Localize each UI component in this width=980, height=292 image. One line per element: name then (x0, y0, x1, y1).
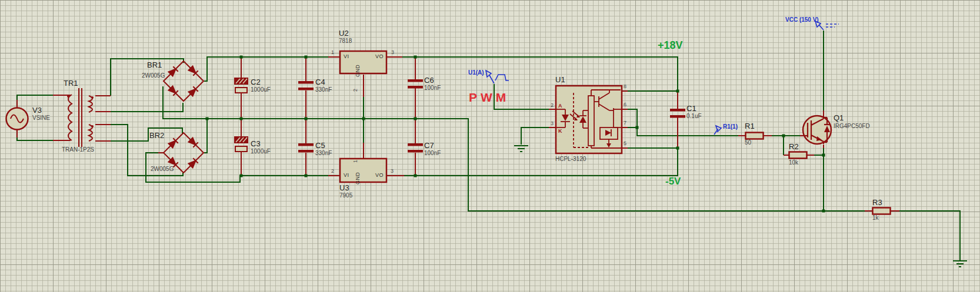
u2-pin-3-number: 3 (391, 50, 394, 55)
u3-pin-vo-label: VO (375, 173, 384, 178)
component-c6-capacitor[interactable] (408, 79, 423, 89)
component-r2-resistor[interactable] (788, 151, 808, 159)
label-tr1-ref[interactable]: TR1 (64, 79, 78, 87)
u1-pin-5-number: 5 (624, 141, 626, 146)
u1-pin-a-label: A (558, 103, 562, 109)
label-c6-ref[interactable]: C6 (424, 76, 434, 84)
label-u3-value[interactable]: 7905 (339, 193, 352, 199)
component-br1-bridge-rectifier[interactable] (159, 56, 209, 106)
u2-pin-gnd-label: GND (355, 65, 361, 77)
u2-pin-1-number: 1 (331, 50, 334, 55)
label-br2-ref[interactable]: BR2 (149, 132, 164, 139)
label-u1-ref[interactable]: U1 (555, 76, 565, 83)
u1-pin-7-number: 7 (624, 120, 626, 126)
capacitor-icon (408, 143, 423, 153)
u3-pin-1-number: 1 (353, 160, 358, 163)
component-c2-electrolytic-capacitor[interactable] (233, 76, 249, 94)
resistor-icon (872, 207, 891, 215)
igbt-icon (800, 113, 835, 149)
label-c3-ref[interactable]: C3 (251, 140, 261, 147)
probe-label-r1-1[interactable]: R1(1) (723, 124, 738, 130)
u1-pin-2-number: 2 (551, 103, 554, 108)
label-c4-value[interactable]: 330nF (315, 87, 332, 93)
u1-pin-k-label: K (558, 129, 562, 134)
component-tr1-transformer[interactable] (62, 85, 97, 150)
component-u1-optocoupler[interactable] (555, 85, 624, 155)
label-r2-value[interactable]: 10k (789, 160, 798, 166)
label-r1-ref[interactable]: R1 (745, 122, 755, 130)
label-r3-ref[interactable]: R3 (872, 199, 882, 206)
resistor-icon (788, 151, 808, 159)
component-r3-resistor[interactable] (872, 207, 891, 215)
label-c1-ref[interactable]: C1 (686, 105, 696, 112)
component-c5-capacitor[interactable] (298, 143, 314, 153)
capacitor-icon (670, 108, 685, 119)
capacitor-icon (298, 143, 314, 153)
net-label-minus5v[interactable]: -5V (665, 176, 681, 186)
label-q1-ref[interactable]: Q1 (834, 114, 844, 122)
u1-pin-6-number: 6 (624, 102, 626, 108)
label-r1-value[interactable]: 50 (745, 140, 751, 146)
u2-pin-vi-label: VI (344, 54, 349, 59)
ground-symbol[interactable] (953, 261, 967, 267)
label-r2-ref[interactable]: R2 (789, 143, 799, 150)
u2-pin-vo-label: VO (375, 54, 384, 59)
transformer-icon (62, 85, 97, 150)
component-c3-electrolytic-capacitor[interactable] (233, 135, 249, 153)
junction-dots (206, 56, 825, 213)
label-v3-value[interactable]: VSINE (32, 115, 50, 121)
u3-pin-2-number: 2 (331, 169, 334, 174)
capacitor-icon (298, 80, 314, 91)
label-tr1-value[interactable]: TRAN-1P2S (62, 147, 94, 153)
label-c6-value[interactable]: 100nF (424, 85, 441, 91)
probe-label-u1a[interactable]: U1(A) (468, 70, 484, 76)
u3-pin-3-number: 3 (391, 169, 394, 174)
component-q1-igbt[interactable] (800, 113, 835, 149)
label-br2-value[interactable]: 2W005G (151, 166, 174, 172)
component-c4-capacitor[interactable] (298, 80, 314, 91)
label-c7-ref[interactable]: C7 (424, 142, 434, 149)
regulator-body (339, 157, 388, 184)
pulse-generator-icon[interactable] (482, 68, 512, 85)
label-c3-value[interactable]: 1000uF (251, 149, 271, 155)
u1-pin-3-number: 3 (551, 121, 554, 126)
ground-symbol[interactable] (514, 146, 528, 152)
pwm-annotation[interactable]: PWM (469, 91, 509, 103)
label-br1-value[interactable]: 2W005G (142, 73, 165, 79)
sine-source-icon (5, 106, 31, 132)
component-c1-capacitor[interactable] (670, 108, 685, 119)
u1-pin-8-number: 8 (624, 84, 626, 89)
label-c5-value[interactable]: 330nF (315, 150, 332, 156)
label-c7-value[interactable]: 100nF (424, 150, 441, 156)
label-u1-value[interactable]: HCPL-3120 (555, 156, 586, 162)
component-u3-regulator[interactable] (339, 157, 388, 184)
label-c1-value[interactable]: 0.1uF (686, 113, 702, 119)
label-c2-ref[interactable]: C2 (251, 78, 261, 86)
label-u2-ref[interactable]: U2 (339, 29, 349, 37)
label-c5-ref[interactable]: C5 (315, 142, 325, 149)
component-c7-capacitor[interactable] (408, 143, 423, 153)
label-v3-ref[interactable]: V3 (32, 106, 42, 114)
component-r1-resistor[interactable] (745, 132, 764, 140)
u3-pin-vi-label: VI (344, 173, 349, 178)
probe-label-vcc[interactable]: VCC (150 V) (785, 17, 819, 23)
label-c2-value[interactable]: 1000uF (251, 87, 271, 93)
schematic-canvas: V3 VSINE TR1 TRAN-1P2S BR1 2W005G BR2 2W… (0, 0, 980, 292)
bridge-rectifier-icon (159, 56, 209, 106)
capacitor-icon (408, 79, 423, 89)
label-c4-ref[interactable]: C4 (315, 78, 325, 86)
label-u2-value[interactable]: 7818 (339, 38, 352, 44)
component-v3-vsine[interactable] (5, 106, 31, 132)
optocoupler-body (555, 85, 624, 155)
u2-pin-2-number: 2 (353, 89, 358, 92)
resistor-icon (745, 132, 764, 140)
net-label-plus18v[interactable]: +18V (658, 40, 683, 51)
label-r3-value[interactable]: 1k (872, 215, 879, 221)
u3-pin-gnd-label: GND (355, 172, 361, 184)
label-br1-ref[interactable]: BR1 (147, 61, 162, 69)
label-u3-ref[interactable]: U3 (339, 184, 349, 192)
electrolytic-capacitor-icon (233, 76, 249, 94)
electrolytic-capacitor-icon (233, 135, 249, 153)
label-q1-value[interactable]: IRG4PC50FD (834, 123, 870, 129)
